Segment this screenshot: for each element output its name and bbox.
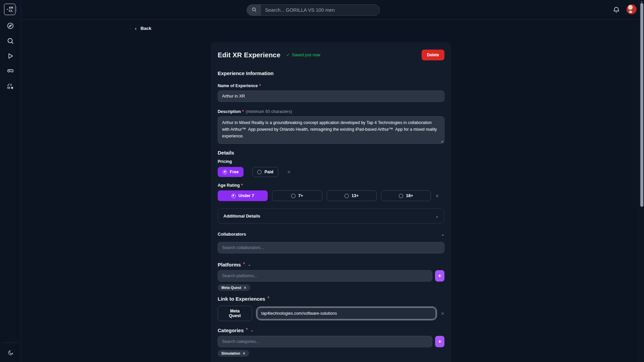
required-asterisk: * [267, 296, 269, 302]
categories-search-row: + [218, 336, 444, 347]
link-platform-pill[interactable]: Meta Quest [218, 306, 252, 321]
logo-eye-icon: ◔ [6, 8, 8, 11]
sidebar: ◔ XRCL [0, 0, 21, 362]
remove-link-button[interactable]: ✕ [441, 311, 444, 316]
radio-selected-icon [223, 170, 227, 174]
sidebar-item-explore[interactable] [4, 22, 16, 31]
sidebar-item-media[interactable] [4, 53, 16, 61]
saved-status-label: Saved just now [292, 53, 320, 57]
radio-unselected-icon [399, 194, 403, 198]
page-title: Edit XR Experience [218, 51, 280, 59]
remove-tag-icon[interactable]: ✕ [243, 352, 245, 355]
scrollbar-thumb[interactable] [640, 3, 643, 207]
age-rating-clear-button[interactable]: ✕ [435, 193, 439, 198]
additional-details-label: Additional Details [223, 214, 260, 219]
search-icon-segment[interactable] [247, 5, 261, 15]
description-textarea[interactable]: Arthur in Mixed Reality is a groundbreak… [218, 116, 444, 144]
chevron-down-icon[interactable]: ⌄ [251, 328, 254, 333]
age-option-under-7[interactable]: Under 7 [218, 190, 268, 201]
avatar[interactable] [627, 4, 637, 14]
remove-tag-icon[interactable]: ✕ [244, 286, 246, 290]
links-heading-row: Link to Experiences * [218, 296, 444, 302]
category-tags: Simulation ✕ [218, 350, 444, 357]
experience-name-input[interactable] [218, 90, 444, 102]
pricing-option-paid[interactable]: Paid [252, 167, 278, 177]
platforms-search-row: + [218, 270, 444, 282]
back-button[interactable]: ‹ Back [135, 26, 151, 31]
description-field-wrap: Arthur in Mixed Reality is a groundbreak… [218, 116, 444, 144]
add-category-button[interactable]: + [435, 336, 444, 347]
creator-tools-icon [7, 82, 14, 91]
link-url-input[interactable] [257, 307, 436, 319]
age-option-18-plus[interactable]: 18+ [381, 190, 431, 201]
age-rating-options: Under 7 7+ 13+ 18+ ✕ [218, 190, 444, 201]
required-asterisk: * [241, 183, 243, 188]
theme-toggle-button[interactable] [7, 350, 14, 357]
categories-search-input[interactable] [218, 336, 432, 347]
category-tag-simulation: Simulation ✕ [218, 350, 249, 357]
link-row: Meta Quest ✕ [218, 306, 444, 321]
required-asterisk: * [259, 83, 261, 88]
required-asterisk: * [246, 327, 248, 333]
collaborators-toggle[interactable]: Collaborators ⌄ [218, 232, 444, 237]
search-icon [7, 37, 14, 46]
radio-unselected-icon [257, 170, 262, 174]
topbar [21, 0, 639, 20]
page-scrollbar[interactable]: ▲ [639, 0, 644, 362]
collaborators-search-input[interactable] [218, 242, 444, 253]
pricing-clear-button[interactable]: ✕ [287, 170, 291, 175]
radio-unselected-icon [291, 194, 296, 198]
sidebar-item-experiences[interactable] [4, 68, 16, 76]
add-platform-button[interactable]: + [435, 270, 444, 282]
search-icon [252, 7, 257, 13]
sidebar-item-search[interactable] [4, 38, 16, 46]
pricing-option-free[interactable]: Free [218, 167, 244, 177]
chevron-down-icon[interactable]: ⌄ [248, 262, 251, 267]
experience-information-heading: Experience Information [218, 70, 444, 76]
description-label: Description * (minimum 50 characters) [218, 109, 444, 114]
chevron-down-icon: ⌄ [435, 214, 439, 219]
platform-tags: Meta Quest ✕ [218, 284, 444, 291]
sidebar-bottom [0, 343, 21, 362]
back-label: Back [141, 26, 151, 31]
radio-unselected-icon [344, 194, 349, 198]
delete-button[interactable]: Delete [422, 50, 444, 60]
logo-box: ◔ XRCL [4, 4, 15, 15]
categories-heading-row: Categories * ⌄ [218, 327, 444, 333]
logo-text: XRCL [9, 6, 13, 13]
name-label: Name of Experience * [218, 83, 444, 88]
card-header: Edit XR Experience ✓ Saved just now Dele… [218, 50, 444, 60]
required-asterisk: * [243, 261, 245, 267]
global-search-input[interactable] [261, 7, 380, 13]
scroll-up-arrow[interactable]: ▲ [640, 0, 643, 3]
play-icon [7, 52, 14, 61]
saved-status: ✓ Saved just now [286, 53, 320, 57]
pricing-label: Pricing [218, 159, 444, 164]
links-heading: Link to Experiences [218, 296, 265, 302]
collaborators-heading: Collaborators [218, 232, 246, 237]
global-search [247, 4, 380, 16]
details-heading: Details [218, 150, 444, 156]
sidebar-divider [3, 343, 18, 343]
vr-headset-icon [7, 67, 14, 76]
categories-heading: Categories [218, 327, 244, 333]
app-logo[interactable]: ◔ XRCL [4, 4, 17, 15]
compass-icon [7, 22, 14, 31]
platforms-heading-row: Platforms * ⌄ [218, 261, 444, 267]
description-hint: (minimum 50 characters) [246, 109, 292, 114]
sidebar-item-creator-tools[interactable] [4, 83, 16, 91]
radio-selected-icon [231, 194, 236, 198]
check-icon: ✓ [286, 53, 290, 57]
notifications-button[interactable] [612, 6, 620, 15]
pricing-options: Free Paid ✕ [218, 167, 444, 177]
logo-dots [16, 4, 17, 15]
platforms-search-input[interactable] [218, 270, 432, 282]
required-asterisk: * [242, 109, 244, 114]
platform-tag-meta-quest: Meta Quest ✕ [218, 284, 250, 291]
chevron-left-icon: ‹ [135, 26, 137, 31]
edit-experience-card: Edit XR Experience ✓ Saved just now Dele… [211, 42, 451, 362]
sidebar-nav [4, 22, 16, 91]
additional-details-toggle[interactable]: Additional Details ⌄ [218, 208, 444, 224]
age-option-7-plus[interactable]: 7+ [272, 190, 322, 201]
age-option-13-plus[interactable]: 13+ [327, 190, 377, 201]
